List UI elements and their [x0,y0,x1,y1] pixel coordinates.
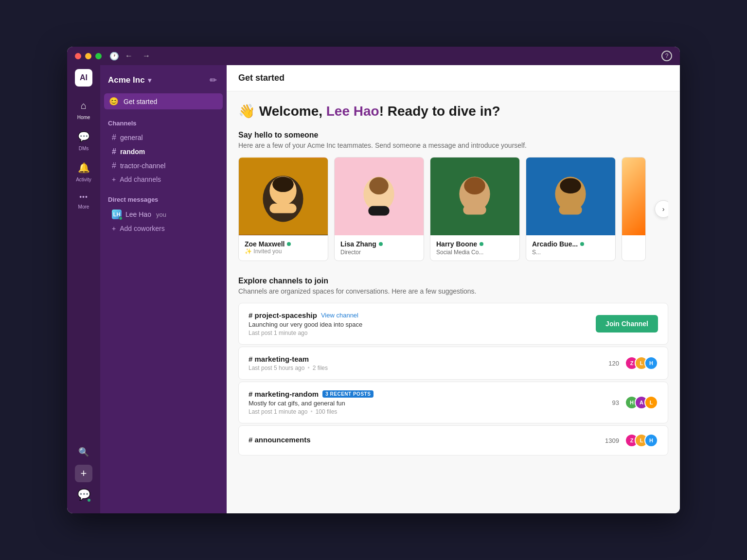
svg-point-11 [464,177,485,194]
channel-tractor[interactable]: # tractor-channel [108,159,219,173]
person-card-lisa[interactable]: Lisa Zhang Director [334,157,424,261]
person-photo-zoe [239,158,328,235]
channel-row-name-announcements: # announcements [249,436,605,444]
welcome-text: Welcome, [259,104,326,119]
sidebar-nav: 😊 Get started [100,93,227,110]
back-button[interactable]: ← [123,50,135,62]
svg-rect-16 [559,205,582,215]
svg-rect-4 [269,204,296,213]
rail-item-more[interactable]: ••• More [70,187,97,213]
workspace-avatar[interactable]: AI [75,69,92,87]
join-channel-button[interactable]: Join Channel [596,315,658,332]
dm-you-label: you [156,211,166,218]
recent-posts-badge: 3 RECENT POSTS [322,390,374,398]
channel-general-label: general [120,134,143,141]
svg-point-3 [272,176,294,192]
person-role-lisa: Director [340,249,418,256]
history-icon: 🕐 [109,52,119,61]
dm-lee-hao-name: Lee Hao [125,210,151,218]
sidebar: Acme Inc ▾ ✏ 😊 Get started Channels # ge… [100,65,227,513]
search-button[interactable]: 🔍 [75,443,92,461]
compose-button[interactable]: + [75,465,92,482]
channel-row-announcements: # announcements 1309 Z L H [238,425,668,455]
get-started-label: Get started [124,98,157,105]
channel-last-post-marketing: Last post 5 hours ago [249,365,304,371]
channel-general[interactable]: # general [108,131,219,144]
sidebar-header: Acme Inc ▾ ✏ [100,65,227,93]
hash-icon: # [112,161,116,170]
icon-rail: AI ⌂ Home 💬 DMs 🔔 Activity ••• More 🔍 + [67,65,100,513]
content-header: Get started [227,65,680,91]
dm-online-dot [119,216,123,220]
add-coworkers-label: Add coworkers [120,225,165,232]
svg-rect-12 [463,205,486,215]
dm-lee-hao[interactable]: LH Lee Hao you [108,207,219,222]
activity-icon: 🔔 [76,160,92,175]
rail-item-dms[interactable]: 💬 DMs [70,125,97,155]
person-info-zoe: Zoe Maxwell ✨ Invited you [239,235,328,260]
person-info-harry: Harry Boone Social Media Co... [430,235,519,261]
welcome-name: Lee Hao [326,104,379,119]
person-card-partial [622,157,646,261]
more-icon: ••• [77,191,90,203]
forward-button[interactable]: → [141,50,152,62]
minimize-button[interactable] [85,53,91,59]
welcome-title: 👋 Welcome, Lee Hao! Ready to dive in? [238,103,668,119]
maximize-button[interactable] [95,53,102,59]
person-card-arcadio[interactable]: Arcadio Bue... S... [526,157,616,261]
avatar-6: L [644,396,658,409]
dms-icon: 💬 [76,129,92,144]
channel-meta-random: Last post 1 minute ago • 100 files [249,408,612,415]
workspace-name[interactable]: Acme Inc ▾ [108,75,151,85]
titlebar: 🕐 ← → ? [67,47,680,65]
content-body: 👋 Welcome, Lee Hao! Ready to dive in? Sa… [227,91,680,513]
sidebar-nav-get-started[interactable]: 😊 Get started [104,93,223,109]
rail-item-activity[interactable]: 🔔 Activity [70,156,97,186]
dm-avatar-lee-hao: LH [112,210,122,219]
app-window: 🕐 ← → ? AI ⌂ Home 💬 DMs 🔔 Activity [67,47,680,513]
channel-files-random: 100 files [316,408,338,415]
channel-desc-random: Mostly for cat gifs, and general fun [249,400,612,407]
hash-icon: # [112,147,116,156]
add-channels-item[interactable]: + Add channels [108,173,219,186]
channel-meta-marketing: Last post 5 hours ago • 2 files [249,365,608,371]
channel-view-link-spaceship[interactable]: View channel [321,312,358,319]
online-dot-harry [480,242,483,246]
add-coworkers-item[interactable]: + Add coworkers [108,222,219,235]
workspace-chevron-icon: ▾ [148,76,151,84]
compose-pencil-button[interactable]: ✏ [208,73,219,88]
help-button[interactable]: ? [661,51,672,61]
channel-row-info-spaceship: # project-spaceship View channel Launchi… [249,311,596,336]
person-role-arcadio: S... [532,249,609,256]
sidebar-channels-section: Channels # general # random # tractor-ch… [100,118,227,186]
channel-tractor-label: tractor-channel [120,162,165,170]
traffic-lights [75,53,102,59]
avatar-3: H [644,356,658,370]
channel-row-info-marketing: # marketing-team Last post 5 hours ago •… [249,355,608,371]
main-layout: AI ⌂ Home 💬 DMs 🔔 Activity ••• More 🔍 + [67,65,680,513]
person-card-zoe[interactable]: Zoe Maxwell ✨ Invited you [238,157,328,261]
member-count-marketing: 120 [608,360,619,367]
online-indicator [87,498,91,503]
online-dot-lisa [379,242,383,246]
hash-icon: # [112,133,116,142]
channel-random[interactable]: # random [108,145,219,158]
slack-avatar-button[interactable]: 💬 [75,486,92,504]
explore-channels-section: Explore channels to join Channels are or… [238,277,668,457]
person-info-lisa: Lisa Zhang Director [335,235,424,261]
channel-name-spaceship: # project-spaceship [249,311,317,319]
rail-bottom: 🔍 + 💬 [75,443,92,509]
member-count-random: 93 [612,399,619,406]
say-hello-section: Say hello to someone Here are a few of y… [238,131,668,261]
people-next-button[interactable]: › [655,200,668,218]
channel-files-marketing: 2 files [313,365,328,371]
close-button[interactable] [75,53,81,59]
svg-point-7 [369,177,389,194]
channel-desc-spaceship: Launching our very good idea into space [249,321,596,328]
explore-title: Explore channels to join [238,277,668,285]
say-hello-subtitle: Here are a few of your Acme Inc teammate… [238,141,668,149]
svg-point-15 [560,178,581,193]
member-avatars-marketing: Z L H [625,356,658,370]
rail-item-home[interactable]: ⌂ Home [70,94,97,124]
person-card-harry[interactable]: Harry Boone Social Media Co... [430,157,520,261]
